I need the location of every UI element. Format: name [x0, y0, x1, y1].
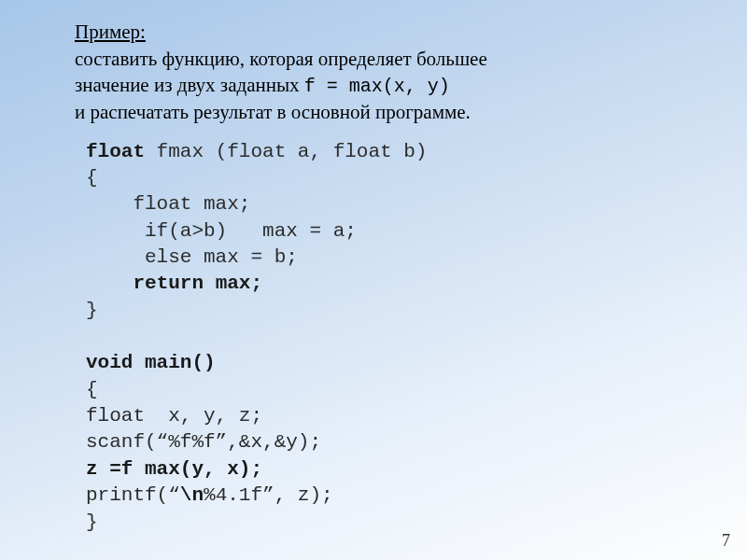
description-line-3: и распечатать результат в основной прогр…	[75, 99, 691, 125]
desc-line-2-text: значение из двух заданных	[75, 74, 304, 96]
code-l10: {	[86, 379, 98, 400]
code-l12: scanf(“%f%f”,&x,&y);	[86, 431, 321, 453]
code-l4: if(a>b) max = a;	[86, 220, 357, 242]
code-l3: float max;	[86, 193, 250, 215]
code-l9: void main()	[86, 352, 216, 373]
code-l2: {	[86, 167, 98, 189]
example-title: Пример:	[75, 21, 691, 44]
code-l14b: \n	[180, 484, 204, 506]
slide: Пример: составить функцию, которая опред…	[0, 0, 747, 560]
code-block: float fmax (float a, float b) { float ma…	[86, 139, 691, 536]
code-l14a: printf(“	[86, 484, 180, 506]
code-l7: }	[86, 300, 98, 321]
code-l6a	[86, 273, 133, 294]
code-l11: float x, y, z;	[86, 405, 262, 427]
code-l13: z =f max(y, x);	[86, 458, 262, 480]
description-line-1: составить функцию, которая определяет бо…	[75, 46, 691, 72]
kw-return: return max;	[133, 273, 262, 294]
desc-line-2-code: f = max(x, y)	[304, 76, 450, 97]
kw-float: float	[86, 141, 145, 162]
page-number: 7	[722, 531, 730, 551]
code-l14c: %4.1f”, z);	[204, 484, 333, 506]
code-l5: else max = b;	[86, 246, 298, 268]
code-l1b: fmax (float a, float b)	[145, 141, 427, 162]
code-l15: }	[86, 511, 98, 533]
description-line-2: значение из двух заданных f = max(x, y)	[75, 72, 691, 99]
slide-content: Пример: составить функцию, которая опред…	[75, 21, 691, 536]
